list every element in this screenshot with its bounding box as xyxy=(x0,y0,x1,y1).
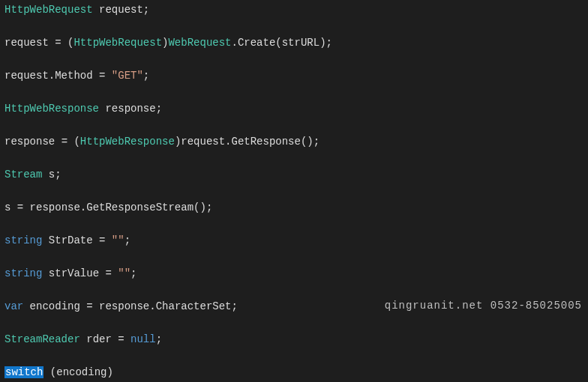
code-token: (); xyxy=(301,136,320,148)
code-token xyxy=(44,366,50,378)
code-token: GetResponse xyxy=(232,136,301,148)
code-token: var xyxy=(4,300,23,312)
code-token: response xyxy=(4,136,62,148)
code-token: HttpWebResponse xyxy=(80,136,175,148)
code-token: null xyxy=(130,333,156,345)
code-token: switch xyxy=(4,366,44,378)
code-line: string strValue = ""; xyxy=(4,265,584,282)
code-token xyxy=(105,70,111,82)
code-line: response = (HttpWebResponse)request.GetR… xyxy=(4,133,584,150)
code-token: HttpWebResponse xyxy=(4,103,99,115)
code-token: ) xyxy=(106,366,112,378)
code-token: . xyxy=(231,37,237,49)
code-line: switch (encoding) xyxy=(4,364,584,381)
code-token: response xyxy=(23,201,80,213)
code-token: ; xyxy=(143,4,149,16)
code-line: string StrDate = ""; xyxy=(4,232,584,249)
code-token: . xyxy=(80,201,86,213)
code-token: string xyxy=(4,267,42,279)
code-token: HttpWebRequest xyxy=(4,4,93,16)
code-token: "GET" xyxy=(112,70,143,82)
code-token: ( xyxy=(50,366,56,378)
code-token: response xyxy=(93,300,150,312)
code-line: Stream s; xyxy=(4,166,584,183)
code-token: request xyxy=(4,70,49,82)
code-line: StreamReader rder = null; xyxy=(4,331,584,348)
code-token: ( xyxy=(275,37,281,49)
code-token: Method xyxy=(55,70,99,82)
code-token: HttpWebRequest xyxy=(74,37,162,49)
code-token: = xyxy=(105,267,111,279)
code-token xyxy=(62,37,68,49)
code-token: "" xyxy=(118,267,130,279)
code-line: HttpWebRequest request; xyxy=(4,1,584,18)
code-token: StrDate xyxy=(42,234,99,246)
code-token: request xyxy=(93,4,143,16)
code-line: s = response.GetResponseStream(); xyxy=(4,199,584,216)
code-token: . xyxy=(149,300,155,312)
code-token: strValue xyxy=(42,267,105,279)
code-token: = xyxy=(86,300,92,312)
code-token: Stream xyxy=(4,169,42,181)
code-token: WebRequest xyxy=(168,37,231,49)
code-token: ; xyxy=(124,234,130,246)
code-token: ; xyxy=(156,103,162,115)
code-token: ; xyxy=(130,267,136,279)
code-token: request xyxy=(4,37,55,49)
code-token: ; xyxy=(143,70,149,82)
code-line: request = (HttpWebRequest)WebRequest.Cre… xyxy=(4,34,584,51)
code-token: rder xyxy=(80,333,118,345)
code-block: HttpWebRequest request; request = (HttpW… xyxy=(4,1,584,382)
code-token: ); xyxy=(320,37,332,49)
code-token: string xyxy=(4,234,42,246)
code-token: (); xyxy=(194,201,212,213)
code-token xyxy=(124,333,130,345)
code-token: = xyxy=(118,333,124,345)
code-token: CharacterSet xyxy=(156,300,232,312)
code-token: s xyxy=(4,201,17,213)
code-token: StreamReader xyxy=(4,333,80,345)
code-token: request xyxy=(181,136,225,148)
code-line: HttpWebResponse response; xyxy=(4,100,584,117)
watermark-text: qingruanit.net 0532-85025005 xyxy=(385,297,582,314)
code-token: ( xyxy=(74,136,80,148)
code-token: "" xyxy=(112,234,124,246)
code-token: encoding xyxy=(23,300,86,312)
code-token: = xyxy=(55,37,61,49)
code-token: ; xyxy=(55,169,61,181)
code-token xyxy=(105,234,111,246)
code-token: ; xyxy=(232,300,238,312)
code-token: ; xyxy=(156,333,162,345)
code-token: GetResponseStream xyxy=(86,201,194,213)
code-token: . xyxy=(225,136,231,148)
code-token xyxy=(112,267,118,279)
code-token: response xyxy=(99,103,156,115)
code-token: strURL xyxy=(282,37,320,49)
code-token: Create xyxy=(238,37,275,49)
code-token: . xyxy=(49,70,55,82)
code-token: s xyxy=(42,169,55,181)
code-line: request.Method = "GET"; xyxy=(4,67,584,84)
code-token: = xyxy=(17,201,23,213)
code-token: = xyxy=(62,136,68,148)
code-token: encoding xyxy=(56,366,106,378)
